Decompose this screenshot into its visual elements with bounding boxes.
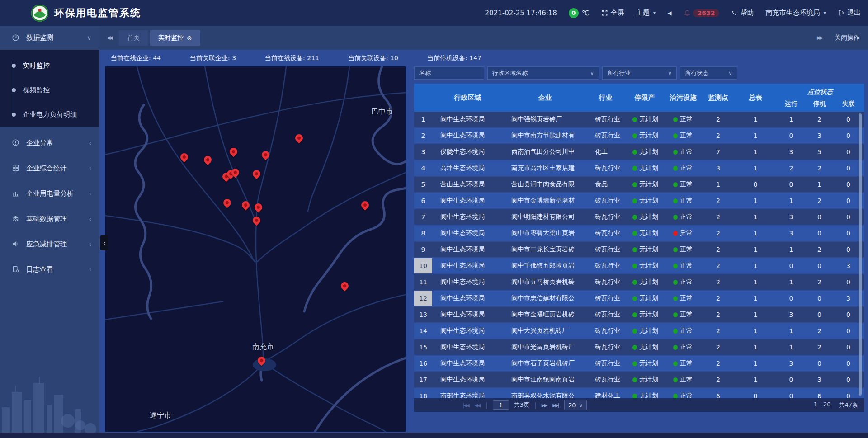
header-lost: 失联 [832,96,864,112]
table-row[interactable]: 13 阆中生态环境局 阆中市金福旺页岩机砖 砖瓦行业 无计划 正常 2 1 3 … [414,307,864,322]
sidebar-item-label: 日志查看 [26,265,53,274]
tab-home[interactable]: 首页 [119,30,148,46]
cell-treatment-facility: 正常 [665,307,701,322]
cell-region: 仪陇生态环境局 [432,144,503,160]
sidebar-item-2[interactable]: 企业综合统计‹ [0,155,99,181]
previous-page-icon[interactable] [475,403,481,408]
sidebar-item-4[interactable]: 基础数据管理‹ [0,206,99,231]
sidebar-subitem-0[interactable]: 实时监控 [0,53,99,78]
page-number-input[interactable] [493,400,509,410]
cell-industry: 砖瓦行业 [587,242,624,257]
logout-button[interactable]: 退出 [838,9,861,17]
fullscreen-button[interactable]: 全屏 [601,9,624,17]
cell-company: 阆中市忠信建材有限公 [503,291,587,306]
table-row[interactable]: 1 阆中生态环境局 阆中强锐页岩砖厂 砖瓦行业 无计划 正常 2 1 1 2 0 [414,112,864,127]
sidebar-item-label: 企业综合统计 [26,164,67,173]
region-select[interactable]: 行政区域名称 [487,66,599,80]
table-row[interactable]: 5 营山生态环境局 营山县润丰肉食品有限 食品 无计划 正常 1 0 0 1 0 [414,177,864,192]
sidebar-subitem-1[interactable]: 视频监控 [0,78,99,102]
user-org-label: 南充市生态环境局 [765,9,820,17]
table-scrollbar[interactable] [859,113,862,396]
cell-run-count: 3 [776,307,807,322]
chevron-down-icon [579,402,583,409]
cell-region: 营山生态环境局 [432,177,503,192]
table-row[interactable]: 16 阆中生态环境局 阆中市石子页岩机砖厂 砖瓦行业 无计划 正常 2 1 3 … [414,356,864,371]
cell-company: 阆中市光富页岩机砖厂 [503,339,587,355]
tab-close-icon[interactable] [187,34,192,42]
table-row[interactable]: 14 阆中生态环境局 阆中大兴页岩机砖厂 砖瓦行业 无计划 正常 2 1 1 2… [414,323,864,339]
top-right-toolbar: 2021-02-25 17:46:18 0 ℃ 全屏 主题 2632 帮助 [485,0,861,26]
bell-icon [684,9,691,17]
table-row[interactable]: 11 阆中生态环境局 阆中市五马桥页岩机砖 砖瓦行业 无计划 正常 2 1 1 … [414,274,864,290]
table-row[interactable]: 12 阆中生态环境局 阆中市忠信建材有限公 砖瓦行业 无计划 正常 2 1 0 … [414,291,864,306]
sidebar-menu: 数据监测∨实时监控视频监控企业电力负荷明细企业异常‹企业综合统计‹企业用电量分析… [0,26,99,282]
sidebar-collapse-handle[interactable] [100,235,108,250]
table-row[interactable]: 10 阆中生态环境局 阆中千佛镇五郎垭页岩 砖瓦行业 无计划 正常 2 1 0 … [414,258,864,273]
row-number: 18 [414,388,432,398]
cell-stop-production: 无计划 [624,242,665,257]
mute-speaker-icon[interactable] [667,10,671,16]
name-search-input[interactable] [419,70,479,76]
tab-realtime-monitor[interactable]: 实时监控 [150,30,200,46]
theme-dropdown[interactable]: 主题 [636,9,656,17]
green-status-dot-icon [673,198,678,203]
table-row[interactable]: 4 高坪生态环境局 南充市高坪区王家店建 砖瓦行业 无计划 正常 3 1 2 2… [414,160,864,176]
name-search-field[interactable] [414,66,484,80]
table-row[interactable]: 8 阆中生态环境局 阆中市枣碧大梁山页岩 砖瓦行业 无计划 异常 2 1 3 0… [414,226,864,241]
first-page-icon[interactable] [463,403,470,408]
cell-halt-count: 2 [807,339,832,355]
cell-industry: 化工 [587,144,624,160]
sidebar-item-1[interactable]: 企业异常‹ [0,130,99,155]
cell-stop-production: 无计划 [624,226,665,241]
cell-company: 营山县润丰肉食品有限 [503,177,587,192]
table-row[interactable]: 6 阆中生态环境局 阆中市金博瑞新型墙材 砖瓦行业 无计划 正常 2 1 1 2… [414,193,864,208]
table-row[interactable]: 2 阆中生态环境局 阆中市南方节能建材有 砖瓦行业 无计划 正常 2 1 0 3… [414,128,864,143]
sidebar-item-6[interactable]: 日志查看‹ [0,257,99,282]
cell-treatment-facility: 正常 [665,177,701,192]
cell-halt-count: 3 [807,128,832,143]
bullet-dot-icon [12,113,16,117]
cell-stop-production: 无计划 [624,209,665,225]
sidebar-item-5[interactable]: 应急减排管理‹ [0,231,99,257]
tab-realtime-label: 实时监控 [158,34,184,42]
cell-monitor-count: 2 [701,193,735,208]
cell-monitor-count: 2 [701,209,735,225]
table-row[interactable]: 18 南部生态环境局 南部县双化水泥有限公 建材化工 无计划 正常 6 0 0 … [414,388,864,398]
cell-monitor-count: 2 [701,112,735,127]
sidebar-subitem-2[interactable]: 企业电力负荷明细 [0,102,99,127]
table-row[interactable]: 3 仪陇生态环境局 西南油气田分公司川中 化工 无计划 正常 7 1 3 5 0 [414,144,864,160]
logout-label: 退出 [847,9,861,17]
map-panel[interactable]: 巴中市南充市遂宁市 [105,66,406,432]
cell-stop-production: 无计划 [624,144,665,160]
cell-company: 阆中市五马桥页岩机砖 [503,274,587,290]
header-point-status-group: 点位状态 [776,84,864,96]
sidebar-item-label: 基础数据管理 [26,215,67,223]
cell-meter-count: 1 [735,258,776,273]
cell-treatment-facility: 正常 [665,128,701,143]
table-row[interactable]: 15 阆中生态环境局 阆中市光富页岩机砖厂 砖瓦行业 无计划 正常 2 1 1 … [414,339,864,355]
help-button[interactable]: 帮助 [731,9,754,17]
last-page-icon[interactable] [552,403,559,408]
cell-run-count: 1 [776,274,807,290]
page-size-select[interactable]: 20 [564,400,587,410]
cell-industry: 砖瓦行业 [587,226,624,241]
close-operations-button[interactable]: 关闭操作 [835,34,860,42]
cell-region: 阆中生态环境局 [432,209,503,225]
cell-meter-count: 1 [735,356,776,371]
user-org-dropdown[interactable]: 南充市生态环境局 [765,9,826,17]
cell-company: 阆中市江南镇阆南页岩 [503,372,587,387]
table-row[interactable]: 9 阆中生态环境局 阆中市二龙长宝页岩砖 砖瓦行业 无计划 正常 2 1 1 2… [414,242,864,257]
next-page-icon[interactable] [542,403,547,408]
green-status-dot-icon [632,296,637,301]
sidebar-item-0[interactable]: 数据监测∨ [0,26,99,50]
tab-scroll-left-icon[interactable] [107,35,112,41]
notification-button[interactable]: 2632 [684,9,720,17]
table-row[interactable]: 17 阆中生态环境局 阆中市江南镇阆南页岩 砖瓦行业 无计划 正常 2 1 0 … [414,372,864,387]
cell-halt-count: 0 [807,209,832,225]
industry-select[interactable]: 所有行业 [602,66,677,80]
tab-scroll-right-icon[interactable] [817,35,822,41]
sidebar-item-3[interactable]: 企业用电量分析‹ [0,181,99,206]
cell-treatment-facility: 正常 [665,339,701,355]
table-row[interactable]: 7 阆中生态环境局 阆中明阳建材有限公司 砖瓦行业 无计划 正常 2 1 3 0… [414,209,864,225]
status-select[interactable]: 所有状态 [680,66,737,80]
